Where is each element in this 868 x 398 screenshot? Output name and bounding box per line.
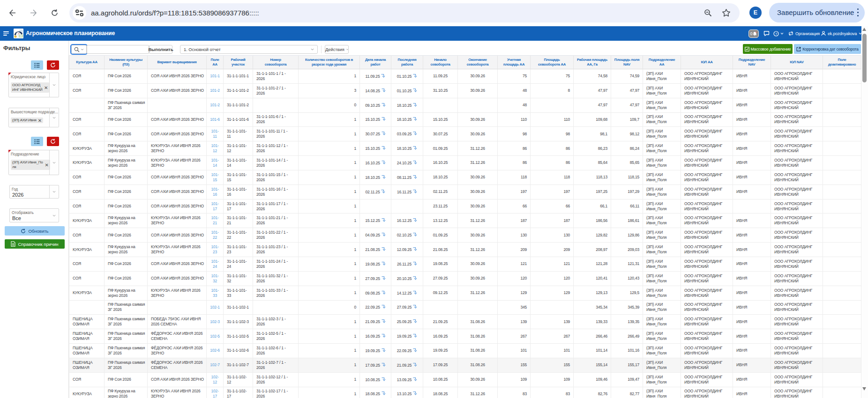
mass-add-button[interactable]: Массовое добавление (743, 44, 793, 54)
drill-date-icon[interactable] (382, 88, 386, 92)
field-link[interactable]: 101-14 (211, 158, 218, 168)
field-link[interactable]: 101-11 (211, 129, 218, 139)
field-link[interactable]: 101-16 (211, 187, 218, 197)
drill-date-icon[interactable] (382, 175, 386, 179)
drill-date-icon[interactable] (382, 232, 386, 236)
list-select-button[interactable] (31, 137, 43, 146)
field-link[interactable]: 101-12 (211, 143, 218, 153)
drill-date-icon[interactable] (382, 117, 386, 121)
legal-entity-chip[interactable]: ООО АГРОХОЛДИНГ ИВНЯНСКИЙ ✕ (11, 82, 49, 93)
field-link[interactable]: 101-23 (211, 244, 218, 254)
forward-icon[interactable] (30, 9, 37, 17)
drill-date-icon[interactable] (413, 333, 417, 338)
drill-date-icon[interactable] (382, 146, 386, 150)
app-logo[interactable] (14, 29, 23, 38)
drill-date-icon[interactable] (413, 261, 417, 265)
drill-date-icon[interactable] (413, 160, 417, 164)
column-header-rotation_area_aa[interactable]: Площадь севооборота АА (531, 55, 574, 69)
field-link[interactable]: 101-2 (210, 88, 220, 93)
display-dropdown[interactable] (49, 209, 59, 222)
drill-date-icon[interactable] (413, 103, 417, 107)
column-header-rotation_count[interactable]: Количество севооборотов в разрезе года у… (299, 55, 360, 69)
year-field[interactable]: Год 2026 (9, 185, 59, 199)
column-header-area_aa[interactable]: Учетная площадь АА (498, 55, 531, 69)
notifications-badge[interactable]: 0 (748, 29, 759, 38)
scroll-down-icon[interactable] (862, 387, 866, 391)
column-header-field_area_nav[interactable]: Площадь поля NAV (611, 55, 643, 69)
page-scrollbar[interactable] (861, 26, 868, 398)
drill-date-icon[interactable] (413, 391, 417, 395)
help-menu[interactable]: ? (773, 26, 784, 41)
run-button[interactable]: Выполнить (149, 45, 172, 54)
field-link[interactable]: 102-7 (210, 362, 220, 367)
column-header-field_aa[interactable]: Поле АА (207, 55, 224, 69)
drill-date-icon[interactable] (382, 160, 386, 164)
column-header-rotation_end[interactable]: Окончание севооборота (458, 55, 498, 69)
field-link[interactable]: 101-24 (211, 259, 218, 269)
search-button[interactable] (71, 45, 87, 54)
field-link[interactable]: 102-6 (210, 348, 220, 353)
drill-date-icon[interactable] (413, 319, 417, 323)
reasons-reference-button[interactable]: Справочник причин (5, 239, 65, 249)
drill-date-icon[interactable] (382, 276, 386, 280)
column-header-rotation_start[interactable]: Начало севоборота (423, 55, 458, 69)
column-header-last_work[interactable]: Последняя работа (391, 55, 423, 69)
actions-button[interactable]: Действия (325, 45, 349, 54)
column-header-subdivision_nav[interactable]: Подразделение NAV (733, 55, 771, 69)
search-input[interactable] (87, 45, 149, 54)
field-link[interactable]: 101-15 (211, 172, 218, 182)
drill-date-icon[interactable] (413, 232, 417, 236)
drill-date-icon[interactable] (413, 88, 417, 92)
drill-date-icon[interactable] (413, 218, 417, 222)
parent-subdivision-chip[interactable]: (ЗП) АХИ Ивня ✕ (11, 118, 43, 123)
drill-date-icon[interactable] (382, 103, 386, 107)
field-link[interactable]: 101-6 (210, 117, 220, 122)
drill-date-icon[interactable] (413, 189, 417, 193)
drill-date-icon[interactable] (382, 391, 386, 395)
field-link[interactable]: 101-33 (211, 288, 218, 298)
drill-date-icon[interactable] (413, 247, 417, 251)
drill-date-icon[interactable] (382, 348, 386, 352)
drill-date-icon[interactable] (381, 74, 385, 78)
report-select[interactable]: 1. Основной отчет (180, 45, 318, 54)
profile-avatar[interactable]: E (749, 7, 762, 19)
site-settings-icon[interactable] (73, 6, 86, 20)
drill-date-icon[interactable] (382, 377, 386, 381)
drill-date-icon[interactable] (382, 333, 386, 338)
address-bar[interactable]: aa.agrohold.ru/ords/f?p=118:1815:5389086… (69, 3, 740, 22)
drill-date-icon[interactable] (413, 117, 417, 121)
finish-update-button[interactable]: Завершить обновление (769, 3, 865, 22)
remove-chip-icon[interactable]: ✕ (38, 118, 42, 123)
column-header-field_deactivated[interactable]: Поле деактивировано (823, 55, 861, 69)
drill-date-icon[interactable] (413, 348, 417, 352)
drill-date-icon[interactable] (413, 276, 417, 280)
column-header-rotation_number[interactable]: Номер севооборота (253, 55, 299, 69)
legal-entity-dropdown[interactable] (49, 73, 59, 97)
menu-icon[interactable] (3, 31, 9, 36)
field-link[interactable]: 101-32 (211, 273, 218, 283)
drill-date-icon[interactable] (382, 218, 386, 222)
browser-menu-icon[interactable] (857, 8, 859, 17)
scrollbar-thumb[interactable] (862, 34, 867, 82)
drill-date-icon[interactable] (382, 319, 386, 323)
column-header-culture_aa[interactable]: Культура АА (69, 55, 105, 69)
parent-subdivision-dropdown[interactable] (49, 108, 59, 127)
subdivision-field[interactable]: Подразделение (ЗП) АХИ Ивня_Поля ✕ (8, 150, 59, 175)
field-link[interactable]: 102-12 (211, 375, 218, 384)
column-header-growing_variant[interactable]: Вариант выращивания (148, 55, 207, 69)
drill-date-icon[interactable] (413, 377, 417, 381)
refresh-button[interactable]: Обновить (5, 226, 65, 236)
field-link[interactable]: 101-22 (211, 230, 218, 240)
drill-date-icon[interactable] (382, 131, 386, 135)
list-select-button[interactable] (31, 60, 43, 70)
year-dropdown[interactable] (49, 185, 59, 198)
column-header-ul_aa[interactable]: ЮЛ АА (681, 55, 733, 69)
column-header-work_plot[interactable]: Рабочий участок (224, 55, 253, 69)
parent-subdivision-field[interactable]: Вышестоящие подразде... (ЗП) АХИ Ивня ✕ (8, 108, 59, 127)
display-field[interactable]: Отображать Все (9, 208, 59, 222)
drill-date-icon[interactable] (382, 290, 386, 295)
drill-date-icon[interactable] (382, 304, 386, 309)
drill-date-icon[interactable] (413, 74, 417, 78)
field-link[interactable]: 101-1 (210, 74, 220, 78)
remove-chip-icon[interactable]: ✕ (44, 86, 48, 90)
